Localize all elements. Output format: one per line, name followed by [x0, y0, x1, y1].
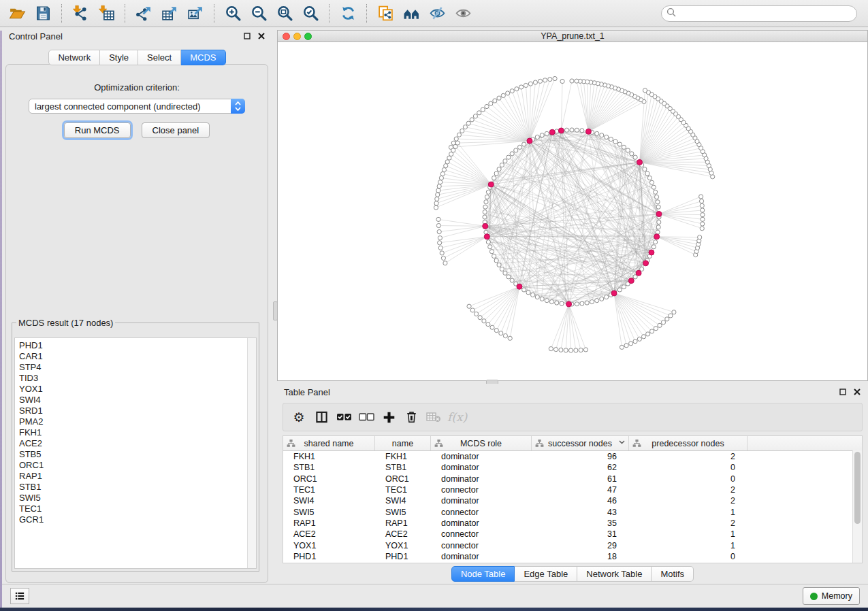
- import-network-button[interactable]: [67, 3, 93, 24]
- graph-node[interactable]: [438, 246, 443, 250]
- graph-node[interactable]: [478, 316, 482, 320]
- graph-node[interactable]: [701, 208, 705, 212]
- graph-node[interactable]: [467, 304, 471, 308]
- mcds-result-item[interactable]: ACE2: [15, 438, 256, 449]
- graph-node[interactable]: [575, 79, 579, 83]
- graph-node[interactable]: [482, 319, 486, 323]
- graph-node[interactable]: [494, 259, 498, 263]
- graph-node[interactable]: [645, 171, 649, 176]
- network-view[interactable]: [277, 42, 868, 381]
- graph-node[interactable]: [493, 99, 497, 103]
- graph-node[interactable]: [445, 160, 449, 164]
- graph-node[interactable]: [437, 184, 441, 188]
- graph-node[interactable]: [507, 155, 511, 159]
- graph-node[interactable]: [486, 323, 490, 327]
- zoom-selected-button[interactable]: [298, 3, 323, 24]
- graph-node[interactable]: [574, 348, 578, 352]
- hub-node[interactable]: [517, 284, 522, 289]
- graph-node[interactable]: [515, 87, 519, 91]
- hide-selected-button[interactable]: [424, 3, 450, 24]
- save-session-button[interactable]: [30, 3, 56, 24]
- graph-node[interactable]: [522, 142, 526, 146]
- graph-node[interactable]: [503, 271, 507, 275]
- graph-node[interactable]: [633, 340, 637, 344]
- mcds-result-item[interactable]: SRD1: [15, 406, 256, 416]
- close-panel-icon[interactable]: [257, 32, 266, 40]
- graph-node[interactable]: [560, 79, 564, 83]
- graph-node[interactable]: [470, 118, 474, 122]
- graph-node[interactable]: [600, 133, 604, 137]
- graph-node[interactable]: [647, 176, 652, 180]
- search-input[interactable]: [679, 7, 852, 19]
- graph-node[interactable]: [555, 301, 559, 305]
- close-panel-button[interactable]: Close panel: [142, 122, 210, 138]
- tab-network[interactable]: Network: [48, 50, 100, 65]
- column-header-successor-nodes[interactable]: successor nodes: [532, 436, 629, 450]
- table-row[interactable]: SWI4SWI4dominator462: [283, 495, 862, 506]
- zoom-fit-button[interactable]: [272, 3, 298, 24]
- graph-node[interactable]: [438, 180, 443, 184]
- zoom-in-button[interactable]: [220, 3, 246, 24]
- graph-node[interactable]: [489, 250, 494, 254]
- graph-node[interactable]: [490, 325, 494, 329]
- graph-node[interactable]: [701, 217, 705, 221]
- vertical-splitter[interactable]: [272, 28, 277, 584]
- graph-node[interactable]: [460, 129, 464, 133]
- clone-network-button[interactable]: [372, 3, 398, 24]
- hub-node[interactable]: [549, 129, 555, 135]
- hub-node[interactable]: [649, 250, 654, 255]
- zoom-out-button[interactable]: [246, 3, 272, 24]
- hub-node[interactable]: [488, 182, 494, 187]
- export-network-button[interactable]: [131, 3, 157, 24]
- hub-node[interactable]: [611, 291, 617, 296]
- column-header-predecessor-nodes[interactable]: predecessor nodes: [629, 436, 748, 450]
- graph-node[interactable]: [568, 348, 573, 352]
- graph-node[interactable]: [500, 163, 504, 167]
- deselect-all-button[interactable]: [357, 407, 375, 427]
- run-mcds-button[interactable]: Run MCDS: [64, 122, 131, 138]
- graph-node[interactable]: [545, 131, 549, 135]
- graph-node[interactable]: [538, 79, 542, 83]
- mcds-result-item[interactable]: CAR1: [15, 351, 256, 362]
- graph-node[interactable]: [564, 348, 568, 352]
- graph-node[interactable]: [463, 125, 467, 129]
- graph-node[interactable]: [494, 171, 498, 176]
- panel-menu-button[interactable]: [10, 588, 29, 604]
- graph-node[interactable]: [698, 235, 702, 240]
- graph-node[interactable]: [580, 129, 584, 133]
- table-row[interactable]: PHD1PHD1dominator180: [283, 551, 862, 562]
- graph-node[interactable]: [510, 89, 514, 93]
- graph-node[interactable]: [595, 299, 599, 303]
- graph-node[interactable]: [669, 314, 673, 318]
- import-table-button[interactable]: [93, 3, 119, 24]
- refresh-button[interactable]: [335, 3, 361, 24]
- mcds-result-item[interactable]: TID3: [15, 373, 256, 384]
- graph-node[interactable]: [657, 220, 661, 224]
- graph-node[interactable]: [510, 278, 514, 282]
- graph-node[interactable]: [570, 128, 574, 132]
- graph-node[interactable]: [497, 167, 501, 171]
- graph-node[interactable]: [437, 230, 441, 234]
- graph-node[interactable]: [500, 267, 504, 271]
- graph-node[interactable]: [626, 148, 630, 152]
- tab-select[interactable]: Select: [138, 50, 181, 65]
- graph-node[interactable]: [510, 152, 514, 156]
- graph-node[interactable]: [442, 167, 446, 171]
- graph-node[interactable]: [483, 210, 487, 214]
- select-all-button[interactable]: [335, 407, 353, 427]
- tab-motifs[interactable]: Motifs: [652, 566, 694, 582]
- graph-node[interactable]: [656, 225, 660, 229]
- graph-node[interactable]: [436, 223, 440, 227]
- graph-node[interactable]: [600, 297, 604, 301]
- graph-node[interactable]: [508, 336, 512, 340]
- minimize-window-icon[interactable]: [293, 33, 301, 40]
- float-panel-icon[interactable]: [243, 32, 251, 40]
- graph-node[interactable]: [528, 82, 532, 86]
- graph-node[interactable]: [503, 333, 507, 337]
- graph-node[interactable]: [629, 342, 633, 346]
- graph-node[interactable]: [492, 254, 496, 258]
- graph-node[interactable]: [654, 240, 658, 244]
- add-row-button[interactable]: [380, 407, 398, 427]
- graph-node[interactable]: [533, 80, 537, 84]
- graph-node[interactable]: [622, 145, 626, 149]
